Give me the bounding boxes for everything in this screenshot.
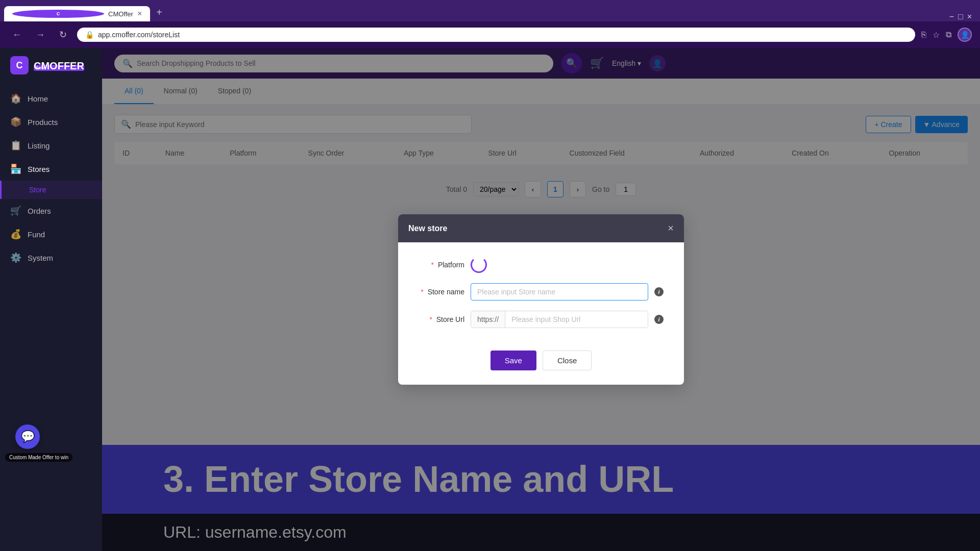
store-name-row: * Store name i	[419, 283, 664, 300]
products-icon: 📦	[10, 116, 21, 128]
store-url-info-icon[interactable]: i	[654, 315, 664, 324]
tab-close-icon[interactable]: ×	[137, 9, 142, 18]
close-window-button[interactable]: ×	[967, 12, 972, 21]
sidebar-item-fund[interactable]: 💰 Fund	[0, 222, 102, 246]
sidebar-item-listing[interactable]: 📋 Listing	[0, 134, 102, 157]
platform-label: * Platform	[419, 261, 464, 269]
platform-required: *	[431, 261, 434, 269]
modal-header: New store ×	[398, 214, 684, 242]
store-url-label: * Store Url	[419, 315, 464, 323]
sidebar-item-products[interactable]: 📦 Products	[0, 110, 102, 134]
chat-bubble-label: Custom Made Offer to win	[5, 453, 72, 462]
modal-close-button[interactable]: ×	[668, 222, 674, 234]
store-name-label: * Store name	[419, 288, 464, 296]
sidebar-logo: C CMOFFER Beta	[0, 56, 102, 87]
sidebar-item-label-stores: Stores	[28, 165, 50, 173]
refresh-button[interactable]: ↻	[55, 27, 71, 42]
url-prefix: https://	[471, 311, 505, 328]
browser-tabs-right-controls: − □ ×	[949, 12, 980, 21]
sidebar-item-system[interactable]: ⚙️ System	[0, 246, 102, 269]
forward-button[interactable]: →	[32, 28, 49, 42]
url-text: app.cmoffer.com/storeList	[98, 31, 907, 39]
store-name-input[interactable]	[471, 283, 648, 300]
sidebar-item-label-home: Home	[28, 94, 48, 103]
stores-icon: 🏪	[10, 163, 21, 174]
sidebar: C CMOFFER Beta 🏠 Home 📦 Products 📋 Listi…	[0, 48, 102, 551]
url-bar[interactable]: 🔒 app.cmoffer.com/storeList	[77, 28, 915, 42]
new-store-modal: New store × * Platform	[398, 214, 684, 385]
back-button[interactable]: ←	[8, 28, 26, 42]
home-icon: 🏠	[10, 93, 21, 104]
logo-icon: C	[10, 56, 29, 74]
chat-bubble[interactable]: 💬	[15, 424, 40, 449]
sidebar-item-stores[interactable]: 🏪 Stores	[0, 157, 102, 181]
system-icon: ⚙️	[10, 252, 21, 263]
browser-chrome: C CMOffer × + − □ × ← → ↻ 🔒 app.cmoffer.…	[0, 0, 980, 48]
sidebar-item-label-products: Products	[28, 118, 58, 127]
main-content: 🔍 🔍 🛒 English ▾ 👤 All (0) Normal (0) Sto…	[102, 48, 980, 551]
sidebar-item-label-listing: Listing	[28, 141, 50, 150]
lock-icon: 🔒	[85, 31, 94, 39]
browser-active-tab[interactable]: C CMOffer ×	[4, 6, 150, 21]
close-button[interactable]: Close	[543, 350, 592, 370]
browser-tab-bar: C CMOffer × + − □ × ← → ↻ 🔒 app.cmoffer.…	[0, 0, 980, 48]
store-name-required: *	[421, 288, 423, 296]
platform-row: * Platform	[419, 257, 664, 273]
store-name-info-icon[interactable]: i	[654, 287, 664, 296]
modal-title: New store	[408, 224, 447, 233]
browser-toolbar-right: ⎘ ☆ ⧉ 👤	[921, 28, 972, 42]
browser-tabs-row: C CMOffer × + − □ ×	[0, 0, 980, 21]
save-button[interactable]: Save	[491, 350, 536, 370]
sidebar-item-label-fund: Fund	[28, 230, 45, 239]
sidebar-item-home[interactable]: 🏠 Home	[0, 87, 102, 110]
minimize-button[interactable]: −	[949, 12, 954, 21]
store-url-required: *	[429, 315, 432, 323]
orders-icon: 🛒	[10, 205, 21, 216]
sidebar-item-label-system: System	[28, 254, 53, 262]
maximize-button[interactable]: □	[958, 12, 963, 21]
sidebar-item-orders[interactable]: 🛒 Orders	[0, 199, 102, 222]
cast-icon[interactable]: ⎘	[921, 30, 926, 39]
fund-icon: 💰	[10, 229, 21, 240]
new-tab-button[interactable]: +	[150, 4, 168, 21]
store-url-input[interactable]	[505, 311, 648, 328]
store-url-input-group: https://	[471, 311, 648, 328]
modal-body: * Platform * Store name	[398, 242, 684, 342]
profile-avatar[interactable]: 👤	[958, 28, 972, 42]
listing-icon: 📋	[10, 140, 21, 151]
extensions-icon[interactable]: ⧉	[946, 30, 951, 39]
browser-omnibar: ← → ↻ 🔒 app.cmoffer.com/storeList ⎘ ☆ ⧉ …	[0, 21, 980, 48]
sidebar-sub-item-label-store: Store	[29, 186, 46, 194]
sidebar-sub-item-store[interactable]: Store	[0, 181, 102, 199]
tab-title: CMOffer	[108, 10, 133, 18]
sidebar-item-label-orders: Orders	[28, 207, 51, 215]
store-url-row: * Store Url https:// i	[419, 311, 664, 328]
modal-overlay[interactable]: New store × * Platform	[102, 48, 980, 551]
favicon: C	[12, 10, 104, 18]
bookmark-icon[interactable]: ☆	[933, 30, 940, 40]
platform-spinner	[471, 257, 487, 273]
modal-footer: Save Close	[398, 342, 684, 385]
